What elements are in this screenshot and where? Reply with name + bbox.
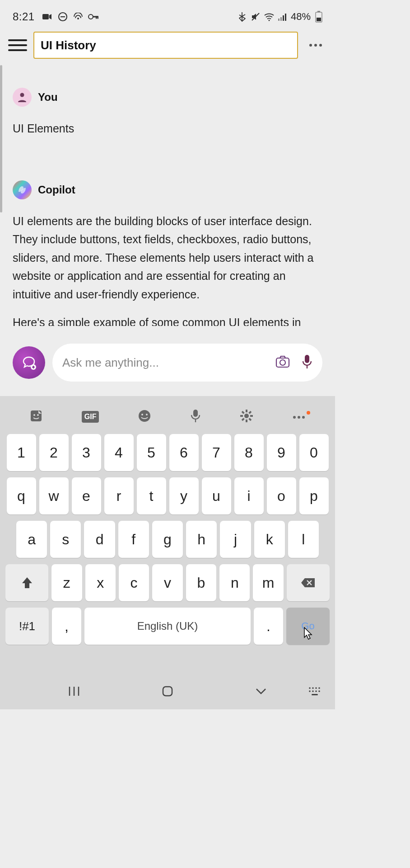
user-message: You UI Elements — [13, 88, 322, 138]
key-q[interactable]: q — [7, 477, 36, 514]
key-o[interactable]: o — [267, 477, 296, 514]
key-x[interactable]: x — [85, 564, 116, 601]
status-bar: 8:21 48% — [0, 0, 335, 32]
key-c[interactable]: c — [119, 564, 149, 601]
compose-input[interactable] — [62, 356, 275, 370]
svg-rect-38 — [242, 411, 245, 414]
key-w[interactable]: w — [39, 477, 69, 514]
svg-rect-13 — [285, 14, 286, 21]
sticker-icon[interactable] — [29, 409, 43, 425]
keyboard-row-1: q w e r t y u i o p — [5, 477, 330, 514]
video-icon — [42, 11, 53, 22]
settings-icon[interactable] — [240, 409, 253, 425]
key-period[interactable]: . — [254, 608, 283, 645]
keyboard-toolbar: GIF — [5, 404, 330, 434]
compose-field[interactable] — [52, 344, 322, 382]
voice-input-icon[interactable] — [190, 409, 201, 425]
user-name-label: You — [38, 91, 58, 104]
key-z[interactable]: z — [51, 564, 82, 601]
key-5[interactable]: 5 — [137, 434, 166, 471]
key-j[interactable]: j — [220, 521, 251, 558]
key-3[interactable]: 3 — [72, 434, 101, 471]
user-avatar — [13, 88, 32, 107]
signal-icon — [277, 11, 288, 22]
svg-point-31 — [244, 414, 249, 418]
key-f[interactable]: f — [118, 521, 149, 558]
microphone-icon[interactable] — [302, 354, 312, 371]
svg-point-25 — [37, 414, 39, 416]
svg-point-17 — [20, 93, 24, 97]
key-y[interactable]: y — [169, 477, 199, 514]
key-d[interactable]: d — [84, 521, 115, 558]
key-r[interactable]: r — [104, 477, 134, 514]
key-h[interactable]: h — [186, 521, 217, 558]
key-b[interactable]: b — [186, 564, 216, 601]
key-m[interactable]: m — [253, 564, 283, 601]
svg-rect-6 — [96, 16, 97, 19]
key-n[interactable]: n — [219, 564, 250, 601]
vpn-icon — [88, 11, 99, 22]
svg-rect-36 — [248, 411, 252, 414]
key-g[interactable]: g — [152, 521, 183, 558]
key-go[interactable]: Go — [286, 608, 330, 645]
svg-point-54 — [318, 690, 320, 692]
key-7[interactable]: 7 — [202, 434, 231, 471]
svg-rect-46 — [163, 687, 172, 696]
svg-point-50 — [318, 687, 320, 689]
keyboard-row-2: a s d f g h j k l — [5, 521, 330, 558]
nav-recents-icon[interactable] — [68, 685, 80, 699]
svg-point-27 — [141, 414, 143, 415]
svg-rect-33 — [246, 420, 247, 422]
status-left: 8:21 — [13, 10, 99, 23]
svg-rect-10 — [278, 19, 280, 21]
key-e[interactable]: e — [72, 477, 101, 514]
key-backspace[interactable] — [287, 564, 330, 601]
svg-point-40 — [293, 416, 296, 419]
svg-rect-37 — [242, 418, 245, 421]
svg-point-20 — [280, 360, 285, 365]
user-message-body: UI Elements — [13, 119, 322, 138]
title-input[interactable] — [33, 32, 298, 59]
keyboard-more-icon[interactable] — [292, 413, 306, 421]
composer — [13, 344, 322, 382]
key-p[interactable]: p — [299, 477, 329, 514]
scroll-indicator[interactable] — [0, 65, 2, 212]
camera-icon[interactable] — [275, 355, 290, 370]
hamburger-icon[interactable] — [8, 36, 27, 55]
nav-keyboard-icon[interactable] — [308, 686, 322, 698]
svg-rect-7 — [97, 16, 98, 19]
key-4[interactable]: 4 — [104, 434, 134, 471]
key-comma[interactable]: , — [52, 608, 81, 645]
key-1[interactable]: 1 — [7, 434, 36, 471]
svg-point-42 — [302, 416, 305, 419]
svg-rect-34 — [240, 415, 243, 417]
key-k[interactable]: k — [254, 521, 285, 558]
key-v[interactable]: v — [152, 564, 182, 601]
svg-rect-2 — [61, 16, 65, 17]
more-options-icon[interactable] — [304, 44, 327, 47]
gif-button[interactable]: GIF — [82, 411, 99, 423]
key-9[interactable]: 9 — [267, 434, 296, 471]
key-l[interactable]: l — [288, 521, 319, 558]
key-i[interactable]: i — [234, 477, 264, 514]
key-s[interactable]: s — [50, 521, 81, 558]
keyboard-row-numbers: 1 2 3 4 5 6 7 8 9 0 — [5, 434, 330, 471]
key-shift[interactable] — [5, 564, 48, 601]
key-6[interactable]: 6 — [169, 434, 199, 471]
key-a[interactable]: a — [16, 521, 47, 558]
copilot-avatar — [13, 180, 32, 199]
key-spacebar[interactable]: English (UK) — [84, 608, 251, 645]
nav-home-icon[interactable] — [161, 685, 174, 699]
new-chat-button[interactable] — [13, 346, 45, 379]
emoji-icon[interactable] — [138, 409, 151, 425]
key-0[interactable]: 0 — [299, 434, 329, 471]
key-t[interactable]: t — [137, 477, 166, 514]
nav-back-icon[interactable] — [255, 687, 267, 697]
key-2[interactable]: 2 — [39, 434, 69, 471]
key-symbols[interactable]: !#1 — [5, 608, 49, 645]
assistant-message: Copilot UI elements are the building blo… — [13, 180, 322, 326]
key-8[interactable]: 8 — [234, 434, 264, 471]
svg-rect-35 — [250, 415, 253, 417]
svg-point-48 — [312, 687, 314, 689]
key-u[interactable]: u — [202, 477, 231, 514]
